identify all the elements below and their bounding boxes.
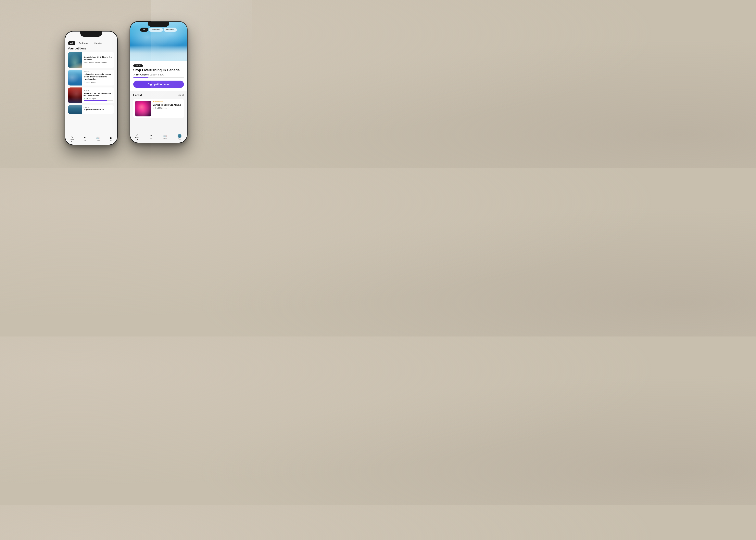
nav-you-label-right: You (178, 138, 181, 140)
notch-left (80, 32, 102, 37)
petition-stats-3: ↗336,503 signed. (84, 97, 113, 99)
petition-thumb-4 (68, 105, 82, 114)
featured-progress-bar (133, 77, 184, 78)
tab-all-right[interactable]: All (140, 28, 148, 32)
bottom-nav-right: ⌂ Home ✦ Act 📖 Learn You (130, 132, 187, 143)
petition-title-2: Tell Leaders We Need a Strong Global Tre… (84, 73, 113, 80)
nav-you-right[interactable]: You (177, 134, 181, 140)
petition-info-3: #Wildlife Stop the Cruel Dolphin Hunt in… (84, 87, 114, 103)
nav-home-label-right: Home (136, 137, 139, 139)
phone-left-screen: All Petitions Updates Your petitions Sto… (65, 32, 117, 145)
featured-section: Featured Stop Overfishing in Canada ↗ 24… (130, 61, 187, 91)
nav-home-left[interactable]: ⌂ Home (70, 136, 74, 142)
petition-card-3[interactable]: #Wildlife Stop the Cruel Dolphin Hunt in… (68, 87, 114, 103)
nav-act-label-left: Act (84, 140, 86, 141)
featured-progress-fill (133, 77, 149, 78)
petition-info-1: Stop Offshore Oil Drilling in The Bahama… (84, 52, 114, 68)
featured-badge: Featured (133, 65, 143, 67)
act-icon-left: ✦ (83, 136, 86, 139)
petition-stats-2: ↗61,122 signed. (84, 81, 113, 83)
tab-petitions-right[interactable]: Petitions (149, 28, 163, 32)
nav-act-label-right: Act (150, 138, 152, 139)
petition-info-2: #Plastic Tell Leaders We Need a Strong G… (84, 70, 114, 85)
latest-card-title-1: Say No to Deep-Sea Mining (153, 103, 182, 106)
progress-fill-3 (84, 100, 107, 101)
phone-right-screen: All Petitions Updates Featured Stop Over… (130, 22, 187, 143)
petition-card-2[interactable]: #Plastic Tell Leaders We Need a Strong G… (68, 70, 114, 85)
nav-learn-left[interactable]: 📖 Learn (96, 136, 100, 141)
petition-thumb-2 (68, 70, 82, 85)
learn-icon-right: 📖 (163, 134, 167, 138)
petition-card-1[interactable]: Stop Offshore Oil Drilling in The Bahama… (68, 52, 114, 68)
you-icon-left: ◉ (109, 136, 112, 139)
latest-info-1: ★ Top action Say No to Deep-Sea Mining ↗… (153, 101, 182, 116)
learn-icon-left: 📖 (96, 136, 100, 139)
latest-thumb-1 (135, 101, 151, 116)
left-phone-content: Your petitions Stop Offshore Oil Drillin… (65, 47, 117, 134)
progress-fill-1 (84, 64, 113, 64)
petition-tag-2: #Plastic (84, 71, 113, 73)
latest-card-stats-1: ↗ 84,239 signed. (153, 107, 182, 109)
nav-home-dot-right (137, 139, 138, 140)
tab-petitions-left[interactable]: Petitions (76, 41, 90, 45)
sign-petition-button[interactable]: Sign petition now (133, 80, 184, 88)
home-icon-left: ⌂ (71, 136, 73, 139)
progress-bar-1 (84, 64, 113, 64)
latest-section: Latest See all ★ Top action Say No to De… (130, 91, 187, 132)
petition-title-3: Stop the Cruel Dolphin Hunt in the Faroe… (84, 92, 113, 97)
nav-home-label-left: Home (70, 139, 74, 140)
featured-stats-goal: Let's get to 80K. (150, 74, 164, 76)
featured-petition-title: Stop Overfishing in Canada (133, 68, 184, 72)
phone-right: All Petitions Updates Featured Stop Over… (130, 21, 188, 143)
see-all-button[interactable]: See all (178, 94, 184, 96)
featured-stats-signed: 24,691 signed. (136, 74, 149, 76)
nav-you-left[interactable]: ◉ You (109, 136, 112, 141)
notch-right (148, 22, 169, 27)
petition-thumb-3 (68, 87, 82, 103)
globe-icon-right (177, 134, 181, 138)
petition-card-4-partial[interactable]: #Wildlife Urge World Leaders to (68, 105, 114, 114)
latest-progress-bar-1 (153, 110, 182, 110)
top-action-badge: ★ Top action (153, 101, 182, 103)
act-icon-right: ✦ (150, 134, 153, 138)
tab-updates-left[interactable]: Updates (91, 41, 105, 45)
nav-act-left[interactable]: ✦ Act (83, 136, 86, 141)
bottom-nav-left: ⌂ Home ✦ Act 📖 Learn ◉ You (65, 134, 117, 145)
petition-stats-1: 15,135 signed. The goal was 15K. (84, 61, 113, 63)
nav-home-dot (71, 141, 72, 142)
progress-bar-2 (84, 84, 113, 84)
tab-bar-right: All Petitions Updates (130, 28, 187, 32)
petition-info-4: #Wildlife Urge World Leaders to (84, 105, 114, 114)
latest-title: Latest (133, 93, 142, 97)
tab-all-left[interactable]: All (68, 41, 75, 45)
petition-title-4: Urge World Leaders to (84, 108, 113, 110)
petition-tag-4: #Wildlife (84, 106, 113, 108)
nav-learn-label-left: Learn (96, 140, 100, 141)
nav-learn-right[interactable]: 📖 Learn (163, 134, 167, 139)
petition-thumb-1 (68, 52, 82, 68)
petition-tag-3: #Wildlife (84, 90, 113, 92)
star-icon: ★ (153, 101, 155, 103)
latest-card-1[interactable]: ★ Top action Say No to Deep-Sea Mining ↗… (133, 99, 184, 118)
nav-learn-label-right: Learn (163, 138, 167, 139)
latest-progress-fill-1 (153, 110, 177, 110)
tab-updates-right[interactable]: Updates (163, 28, 177, 32)
home-icon-right: ⌂ (136, 134, 138, 137)
progress-bar-3 (84, 100, 113, 101)
featured-stats: ↗ 24,691 signed. Let's get to 80K. (133, 74, 184, 76)
your-petitions-title: Your petitions (68, 47, 114, 50)
petition-title-1: Stop Offshore Oil Drilling in The Bahama… (84, 56, 113, 61)
nav-home-right[interactable]: ⌂ Home (136, 134, 139, 140)
nav-act-right[interactable]: ✦ Act (150, 134, 153, 139)
phone-left: All Petitions Updates Your petitions Sto… (64, 31, 118, 145)
latest-header: Latest See all (133, 93, 184, 97)
top-action-label: Top action (155, 101, 163, 102)
progress-fill-2 (84, 84, 100, 84)
nav-you-label-left: You (109, 140, 112, 141)
hero-image: All Petitions Updates (130, 22, 187, 61)
